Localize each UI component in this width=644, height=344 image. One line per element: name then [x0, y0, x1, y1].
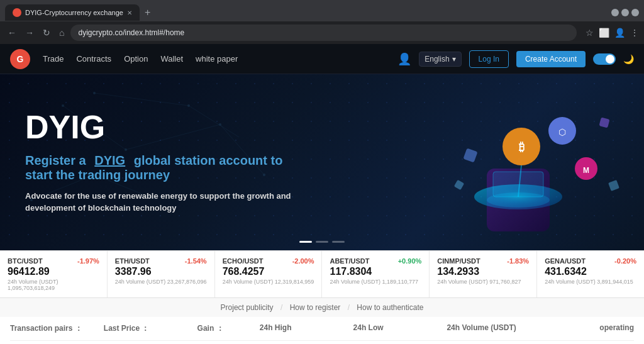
- ticker-echo-price: 768.4257: [223, 266, 314, 277]
- user-icon[interactable]: 👤: [397, 52, 411, 66]
- table-row: ₿ BTC 96412.89 -1.97% 98473.45 95223.32 …: [10, 341, 634, 344]
- ticker-gena[interactable]: GENA/USDT -0.20% 431.6342 24h Volume (US…: [537, 251, 644, 297]
- ticker-cinmp-change: -1.83%: [507, 257, 529, 265]
- footer-sep-2: /: [348, 303, 350, 312]
- ticker-gena-price: 431.6342: [545, 266, 636, 277]
- svg-rect-28: [608, 180, 619, 191]
- forward-button[interactable]: →: [23, 26, 36, 39]
- top-nav: G Trade Contracts Option Wallet white pa…: [0, 44, 644, 74]
- address-bar-row: ← → ↻ ⌂ ☆ ⬜ 👤 ⋮: [0, 21, 644, 44]
- ticker-echo-pair: ECHO/USDT -2.00%: [223, 257, 314, 265]
- tab-close-button[interactable]: ✕: [127, 9, 132, 16]
- hero-subtitle: Register a DYIG global station account t…: [25, 153, 302, 182]
- ticker-gena-volume: 24h Volume (USDT) 3,891,944,015: [545, 279, 636, 285]
- nav-option[interactable]: Option: [124, 54, 148, 64]
- window-controls: [611, 9, 639, 16]
- back-button[interactable]: ←: [5, 26, 19, 39]
- ticker-btc-pair: BTC/USDT -1.97%: [8, 257, 99, 265]
- svg-point-30: [487, 192, 550, 208]
- nav-links: Trade Contracts Option Wallet white pape…: [43, 54, 238, 64]
- hero-illustration: ₿ ⬡ M: [418, 80, 625, 244]
- hero-section: DYIG Register a DYIG global station acco…: [0, 74, 644, 250]
- footer-link-register[interactable]: How to register: [290, 303, 341, 312]
- subtitle-brand: DYIG: [94, 153, 125, 167]
- ticker-btc-price: 96412.89: [8, 266, 99, 277]
- ticker-btc-change: -1.97%: [77, 257, 99, 265]
- ticker-eth-pair: ETH/USDT -1.54%: [115, 257, 207, 265]
- header-volume: 24h Volume (USDT): [447, 323, 571, 334]
- close-button[interactable]: [631, 9, 639, 16]
- website: G Trade Contracts Option Wallet white pa…: [0, 44, 644, 344]
- ticker-btc[interactable]: BTC/USDT -1.97% 96412.89 24h Volume (USD…: [0, 251, 108, 297]
- header-price: Last Price ：: [104, 323, 197, 334]
- browser-chrome: DYIG-Cryptocurrency exchange ✕ + ← → ↻ ⌂…: [0, 0, 644, 44]
- ticker-abet-change: +0.90%: [398, 257, 422, 265]
- nav-wallet[interactable]: Wallet: [160, 54, 183, 64]
- header-op: operating: [572, 323, 634, 334]
- language-selector[interactable]: English ▾: [419, 52, 461, 67]
- ticker-echo[interactable]: ECHO/USDT -2.00% 768.4257 24h Volume (US…: [215, 251, 323, 297]
- profile-icon[interactable]: 👤: [614, 28, 625, 38]
- footer-link-publicity[interactable]: Project publicity: [221, 303, 274, 312]
- chevron-down-icon: ▾: [452, 55, 456, 64]
- create-account-button[interactable]: Create Account: [516, 51, 586, 67]
- address-bar[interactable]: [70, 25, 577, 41]
- toggle-knob: [606, 55, 614, 64]
- hero-description: Advocate for the use of renewable energy…: [25, 190, 302, 214]
- menu-icon[interactable]: ⋮: [630, 28, 639, 38]
- ticker-btc-volume: 24h Volume (USDT) 1,095,703,618,249: [8, 279, 99, 291]
- svg-rect-26: [599, 117, 609, 128]
- extension-icon[interactable]: ⬜: [599, 28, 609, 38]
- subtitle-pre: Register a: [25, 153, 86, 167]
- nav-right: 👤 English ▾ Log In Create Account 🌙: [397, 50, 634, 68]
- table-section: Transaction pairs ： Last Price ： Gain ： …: [0, 317, 644, 344]
- ticker-echo-change: -2.00%: [292, 257, 314, 265]
- ticker-abet[interactable]: ABET/USDT +0.90% 117.8304 24h Volume (US…: [322, 251, 430, 297]
- ticker-cinmp-price: 134.2933: [437, 266, 529, 277]
- maximize-button[interactable]: [621, 9, 629, 16]
- language-label: English: [425, 55, 449, 64]
- ticker-eth-volume: 24h Volume (USDT) 23,267,876,096: [115, 279, 207, 285]
- new-tab-button[interactable]: +: [140, 4, 155, 21]
- dot-2[interactable]: [316, 241, 328, 243]
- ticker-gena-change: -0.20%: [614, 257, 636, 265]
- footer-sep-1: /: [280, 303, 282, 312]
- svg-text:⬡: ⬡: [558, 127, 566, 137]
- footer-link-auth[interactable]: How to authenticate: [357, 303, 423, 312]
- svg-text:M: M: [583, 166, 589, 175]
- tab-bar: DYIG-Cryptocurrency exchange ✕ +: [0, 0, 644, 21]
- browser-actions: ☆ ⬜ 👤 ⋮: [586, 28, 639, 38]
- active-tab[interactable]: DYIG-Cryptocurrency exchange ✕: [5, 4, 140, 21]
- ticker-eth-price: 3387.96: [115, 266, 207, 277]
- logo[interactable]: G: [10, 49, 30, 69]
- minimize-button[interactable]: [611, 9, 619, 16]
- svg-rect-25: [463, 148, 477, 162]
- login-button[interactable]: Log In: [469, 50, 509, 68]
- header-low: 24h Low: [353, 323, 447, 334]
- svg-text:₿: ₿: [519, 141, 525, 153]
- ticker-abet-price: 117.8304: [330, 266, 421, 277]
- dot-3[interactable]: [332, 241, 345, 243]
- ticker-eth-change: -1.54%: [185, 257, 207, 265]
- dot-1[interactable]: [299, 241, 312, 243]
- star-icon[interactable]: ☆: [586, 28, 594, 38]
- nav-trade[interactable]: Trade: [43, 54, 64, 64]
- nav-whitepaper[interactable]: white paper: [196, 54, 238, 64]
- svg-rect-27: [454, 180, 464, 190]
- ticker-abet-pair: ABET/USDT +0.90%: [330, 257, 421, 265]
- reload-button[interactable]: ↻: [40, 26, 53, 39]
- home-button[interactable]: ⌂: [57, 26, 67, 39]
- theme-toggle[interactable]: [593, 53, 616, 65]
- tab-title: DYIG-Cryptocurrency exchange: [25, 9, 123, 16]
- header-pair: Transaction pairs ：: [10, 323, 104, 334]
- header-gain: Gain ：: [197, 323, 260, 334]
- tab-favicon: [13, 8, 21, 17]
- ticker-eth[interactable]: ETH/USDT -1.54% 3387.96 24h Volume (USDT…: [108, 251, 215, 297]
- ticker-cinmp-volume: 24h Volume (USDT) 971,760,827: [437, 279, 529, 285]
- nav-contracts[interactable]: Contracts: [76, 54, 111, 64]
- hero-dots-indicator: [299, 241, 345, 243]
- crypto-ticker: BTC/USDT -1.97% 96412.89 24h Volume (USD…: [0, 250, 644, 297]
- footer-links: Project publicity / How to register / Ho…: [0, 297, 644, 317]
- table-header: Transaction pairs ： Last Price ： Gain ： …: [10, 317, 634, 341]
- ticker-cinmp[interactable]: CINMP/USDT -1.83% 134.2933 24h Volume (U…: [430, 251, 537, 297]
